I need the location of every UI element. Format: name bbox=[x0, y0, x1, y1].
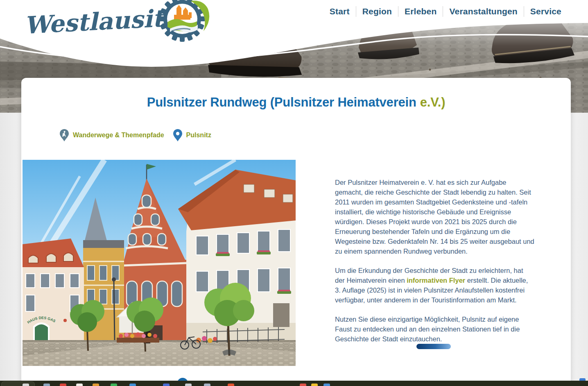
taskbar-app-7[interactable] bbox=[129, 384, 136, 386]
tag-label: Wanderwege & Themenpfade bbox=[73, 132, 164, 139]
taskbar-app-11[interactable] bbox=[228, 384, 234, 386]
webpage-westlausitz: Westlausitz bbox=[0, 0, 588, 386]
logo-wordmark: Westlausitz bbox=[23, 3, 180, 39]
taskbar-app-12[interactable] bbox=[300, 384, 306, 386]
taskbar-start-area[interactable] bbox=[1, 381, 35, 386]
location-pin-icon bbox=[173, 129, 182, 141]
scroll-progress-indicator[interactable] bbox=[416, 344, 451, 349]
page-title-main: Pulsnitzer Rundweg (Pulsnitzer Heimatver… bbox=[147, 95, 416, 109]
taskbar-app-1[interactable] bbox=[23, 384, 29, 386]
nav-item-service[interactable]: Service bbox=[524, 7, 568, 16]
hiker-pin-icon bbox=[60, 129, 69, 141]
flyer-link[interactable]: informativen Flyer bbox=[407, 277, 465, 284]
taskbar-app-6[interactable] bbox=[111, 384, 117, 386]
page-title: Pulsnitzer Rundweg (Pulsnitzer Heimatver… bbox=[21, 95, 571, 110]
westlausitz-logo[interactable]: Westlausitz bbox=[23, 0, 215, 49]
nav-item-region[interactable]: Region bbox=[356, 7, 398, 16]
taskbar-app-8[interactable] bbox=[163, 384, 170, 386]
taskbar-app-9[interactable] bbox=[185, 384, 192, 386]
main-navigation: StartRegionErlebenVeranstaltungenService bbox=[323, 4, 568, 19]
tag-pulsnitz[interactable]: Pulsnitz bbox=[173, 129, 211, 141]
tag-label: Pulsnitz bbox=[186, 132, 211, 139]
taskbar-app-3[interactable] bbox=[60, 384, 66, 386]
taskbar-app-13[interactable] bbox=[311, 384, 318, 386]
paragraph-2: Um die Erkundung der Geschichte der Stad… bbox=[335, 266, 534, 305]
nav-item-erleben[interactable]: Erleben bbox=[398, 7, 443, 16]
tag-wanderwege-themenpfade[interactable]: Wanderwege & Themenpfade bbox=[60, 129, 164, 141]
taskbar-app-10[interactable] bbox=[204, 384, 210, 386]
taskbar-app-14[interactable] bbox=[323, 384, 330, 386]
category-tags: Wanderwege & Themenpfade Pulsnitz bbox=[60, 129, 211, 141]
paragraph-1: Der Pulsnitzer Heimatverein e. V. hat es… bbox=[335, 177, 534, 256]
taskbar-app-4[interactable] bbox=[76, 384, 83, 386]
page-title-accent: e.V.) bbox=[420, 95, 446, 109]
logo-gear-emblem bbox=[159, 0, 209, 42]
article-body: Der Pulsnitzer Heimatverein e. V. hat es… bbox=[335, 177, 534, 353]
nav-item-start[interactable]: Start bbox=[323, 7, 356, 16]
content-card: Pulsnitzer Rundweg (Pulsnitzer Heimatver… bbox=[21, 78, 571, 386]
windows-taskbar bbox=[0, 381, 588, 386]
site-header: Westlausitz bbox=[0, 0, 588, 49]
paragraph-3: Nutzen Sie diese einzigartige Möglichkei… bbox=[335, 314, 534, 344]
article-photo-pulsnitz-market[interactable]: HAUS DES GASTES bbox=[23, 160, 296, 366]
taskbar-app-5[interactable] bbox=[93, 384, 99, 386]
taskbar-app-2[interactable] bbox=[43, 384, 50, 386]
nav-item-veranstaltungen[interactable]: Veranstaltungen bbox=[443, 7, 523, 16]
